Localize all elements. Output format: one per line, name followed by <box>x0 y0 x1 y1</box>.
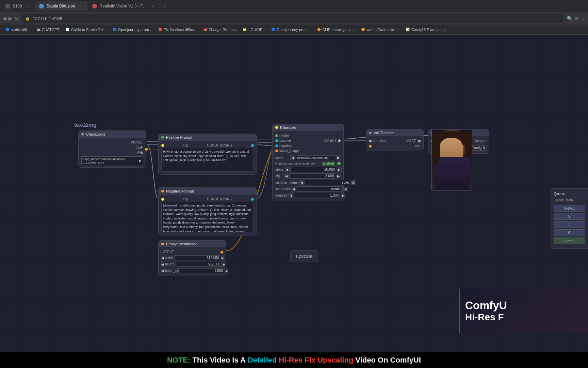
bookmark-favicon-4: 🔵 <box>113 28 117 31</box>
node-emptylatent-width-input[interactable] <box>174 255 220 260</box>
node-emptylatent-height-increase[interactable]: ▶ <box>223 262 225 267</box>
bottom-bar: NOTE: This Video Is A Detailed Hi-Res Fi… <box>0 352 588 368</box>
bookmark-stablediff[interactable]: 🔵 stable-diff... <box>3 27 33 32</box>
node-positive-title: Positive Prompt <box>166 135 192 139</box>
address-bar-row: ◀ ▶ ↻ 🔒 127.0.0.1:8188 🔍 ⊞ ☆ <box>0 12 588 25</box>
tab-close-3[interactable]: × <box>150 3 156 9</box>
tab-stable-diffusion[interactable]: Stable Diffusion × <box>35 1 87 11</box>
tab-close-2[interactable]: × <box>78 3 83 9</box>
back-icon[interactable]: ◀ <box>3 16 6 21</box>
node-ksampler-cfg-input[interactable] <box>289 173 335 179</box>
tab-close-1[interactable]: × <box>25 3 30 9</box>
node-ksampler-sampler-increase[interactable]: ▶ <box>351 180 356 185</box>
node-ksampler-enabled-badge[interactable]: enabled <box>322 162 335 166</box>
share-icon[interactable]: ⊞ <box>575 16 579 21</box>
node-positive-prompt[interactable]: Positive Prompt clip CONDITIONING RAW ph… <box>158 134 257 175</box>
bookmark-controlnet[interactable]: 🔶 webui/ControlNet-... <box>358 27 402 32</box>
node-ksampler-latent-in-label: latent_image <box>279 149 341 153</box>
queue-view-button[interactable]: View... <box>554 205 585 212</box>
bookmark-openjourney-2[interactable]: 🔵 Openjourney prom... <box>268 27 313 32</box>
bookmark-favicon-11: 📝 <box>406 28 410 31</box>
node-ksampler-sampler-input[interactable] <box>305 180 350 185</box>
tab-realistic-vision[interactable]: Realistic Vision V1.3 - Fantasy.ai × <box>88 1 160 11</box>
node-checkpoint-model-select[interactable]: ckpt_name:dreamlike-diffusion-1.0.safete… <box>81 156 143 165</box>
queue-panel-subtitle: Queue Prom... <box>554 198 585 202</box>
banner-title: ComfyU <box>465 299 507 312</box>
node-checkpoint-output-model: MODEL <box>81 140 143 145</box>
node-positive-textarea[interactable]: RAW photo, a portrait photo of 25 y.o sw… <box>161 148 254 172</box>
node-ksampler-scheduler-increase[interactable]: ▶ <box>343 187 348 191</box>
queue-load-button[interactable]: Load <box>554 237 585 244</box>
node-ksampler-cfg-increase[interactable]: ▶ <box>336 174 341 179</box>
bookmark-label-5: Fix for disco diffus... <box>164 28 197 32</box>
forward-icon[interactable]: ▶ <box>9 16 12 21</box>
node-ksampler-cfg-row: cfg ◀ ▶ <box>275 173 341 179</box>
bookmark-favicon-10: 🔶 <box>361 28 365 31</box>
node-negative-body: clip CONDITIONING (deformed iris, deform… <box>159 195 257 235</box>
node-checkpoint[interactable]: Checkpoint MODEL CLIP VAE <box>78 131 146 168</box>
node-emptylatent-width-label: width <box>165 256 173 260</box>
node-ksampler-scheduler-decrease[interactable]: ◀ <box>291 187 296 191</box>
node-ksampler-steps-decrease[interactable]: ◀ <box>285 167 290 172</box>
node-ksampler-scheduler-input[interactable] <box>297 186 343 191</box>
node-checkpoint-vae-label: VAE <box>137 151 143 154</box>
refresh-icon[interactable]: ↻ <box>14 16 18 21</box>
bookmark-chatgpt-prompts[interactable]: 🐙 Chatgpt Prompts <box>200 27 240 32</box>
node-ksampler-denoise-increase[interactable]: ▶ <box>341 193 345 198</box>
node-ksampler[interactable]: KSampler model positive LATENT negative <box>272 124 344 201</box>
bookmark-comfyui[interactable]: 📝 ComfyUI Examples |... <box>403 27 451 32</box>
queue-s-button[interactable]: S <box>554 213 585 220</box>
bookmark-disco[interactable]: 🔴 Fix for disco diffus... <box>156 27 200 32</box>
address-bar[interactable]: 🔒 127.0.0.1:8188 <box>21 14 564 23</box>
node-graph[interactable]: text2img Checkpoint MODEL CLIP <box>0 35 588 361</box>
node-ksampler-denoise-decrease[interactable]: ◀ <box>289 193 293 198</box>
node-negative-prompt[interactable]: Negative Prompt clip CONDITIONING (defor… <box>158 187 257 235</box>
node-vae-decode[interactable]: VAEDecode samples IMAGE vae <box>366 129 424 151</box>
tab-8188[interactable]: 8188 × <box>1 1 34 11</box>
node-ksampler-sampler-decrease[interactable]: ◀ <box>299 180 304 185</box>
bookmark-clip[interactable]: 🔶 CLIP Interrogator ... <box>314 27 358 32</box>
node-emptylatent-batch-input[interactable] <box>178 268 224 273</box>
banner-subtitle: Hi-Res F <box>465 312 504 323</box>
node-emptylatent-latent-label: LATENT <box>161 250 219 254</box>
node-ksampler-random-seed-row: Random seed after every gen enabled <box>275 161 341 166</box>
node-ksampler-seed-increase[interactable]: ▶ <box>336 155 341 160</box>
node-ksampler-steps-input[interactable] <box>290 167 336 172</box>
bookmark-label-7: --GUIDE-- <box>248 28 265 32</box>
new-tab-button[interactable]: + <box>160 1 170 11</box>
node-ksampler-positive-label: positive <box>279 139 322 142</box>
node-ksampler-scheduler-stepper: ◀ ▶ <box>291 186 348 191</box>
node-ksampler-denoise-input[interactable] <box>294 193 340 198</box>
portrait-figure <box>432 129 472 190</box>
tab-favicon-3 <box>92 4 97 9</box>
node-emptylatent-latent-port <box>220 251 223 254</box>
node-ksampler-cfg-decrease[interactable]: ◀ <box>284 174 289 179</box>
node-negative-textarea[interactable]: (deformed iris, deformed pupils, semi-re… <box>161 202 254 232</box>
node-ksampler-dot <box>275 126 278 129</box>
queue-l-button[interactable]: L <box>554 221 585 228</box>
group-label: text2img <box>74 122 97 128</box>
node-emptylatent-batch-increase[interactable]: ▶ <box>226 269 228 273</box>
node-empty-latent[interactable]: EmptyLatentImage LATENT ◀ width ▶ ◀ heig… <box>158 240 226 276</box>
node-emptylatent-batch-decrease[interactable]: ◀ <box>161 269 164 273</box>
search-icon[interactable]: 🔍 <box>567 16 573 21</box>
node-ksampler-steps-increase[interactable]: ▶ <box>337 167 342 172</box>
node-ksampler-seed-decrease[interactable]: ◀ <box>290 155 295 160</box>
node-emptylatent-width-decrease[interactable]: ◀ <box>161 256 164 260</box>
node-negative-header: Negative Prompt <box>159 188 257 195</box>
bookmark-guide[interactable]: 📁 --GUIDE-- <box>240 27 268 32</box>
node-emptylatent-width-increase[interactable]: ▶ <box>222 256 224 260</box>
node-emptylatent-title: EmptyLatentImage <box>166 242 197 246</box>
tab-favicon-1 <box>5 4 10 9</box>
bookmark-icon[interactable]: ☆ <box>581 16 585 21</box>
queue-c-button[interactable]: C <box>554 229 585 236</box>
node-emptylatent-batch-label: batch_size <box>165 269 177 273</box>
node-positive-dot <box>161 136 164 139</box>
node-ksampler-latent-row: latent_image <box>275 148 341 153</box>
bookmark-openjourney-1[interactable]: 🔵 Openjourney prom... <box>110 27 155 32</box>
node-emptylatent-height-input[interactable] <box>176 262 222 267</box>
bookmark-guide-stablediff[interactable]: 📄 Guide to Stable Diff... <box>63 27 109 32</box>
bookmark-chatgpt[interactable]: 🤖 CHATGPT <box>34 27 62 32</box>
queue-panel-title: Queu... <box>554 191 585 196</box>
node-emptylatent-height-decrease[interactable]: ◀ <box>161 262 164 267</box>
